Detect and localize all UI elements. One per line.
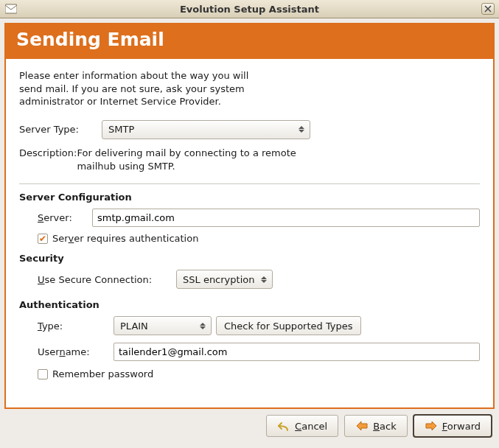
updown-icon bbox=[296, 126, 307, 133]
requires-auth-checkbox[interactable] bbox=[38, 234, 48, 244]
section-server-config: Server Configuration bbox=[19, 192, 480, 203]
separator bbox=[19, 183, 480, 184]
section-authentication: Authentication bbox=[19, 299, 480, 310]
content-frame: Sending Email Please enter information a… bbox=[4, 23, 495, 409]
check-supported-types-button[interactable]: Check for Supported Types bbox=[216, 316, 361, 335]
page-title: Sending Email bbox=[6, 24, 493, 59]
forward-button[interactable]: Forward bbox=[413, 415, 492, 437]
remember-password-checkbox[interactable] bbox=[38, 369, 48, 379]
cancel-button[interactable]: Cancel bbox=[266, 415, 338, 437]
arrow-right-icon bbox=[425, 421, 438, 431]
updown-icon bbox=[259, 276, 269, 283]
form-area: Please enter information about the way y… bbox=[6, 59, 493, 396]
auth-type-label: Type: bbox=[38, 321, 114, 332]
server-row: Server: bbox=[19, 209, 480, 227]
description-row: Description: For delivering mail by conn… bbox=[19, 147, 480, 173]
description-text: For delivering mail by connecting to a r… bbox=[77, 147, 335, 173]
secure-connection-value: SSL encryption bbox=[183, 274, 254, 285]
server-input[interactable] bbox=[92, 209, 480, 227]
secure-connection-combo[interactable]: SSL encryption bbox=[176, 270, 273, 289]
svg-rect-0 bbox=[5, 4, 17, 13]
updown-icon bbox=[198, 323, 208, 329]
description-label: Description: bbox=[19, 147, 77, 173]
back-button[interactable]: Back bbox=[344, 415, 408, 437]
button-bar: Cancel Back Forward bbox=[0, 409, 499, 443]
requires-auth-label: Server requires authentication bbox=[52, 233, 198, 244]
window-close-button[interactable] bbox=[481, 3, 495, 15]
server-type-row: Server Type: SMTP bbox=[19, 120, 480, 139]
undo-icon bbox=[277, 421, 290, 431]
remember-password-row[interactable]: Remember password bbox=[38, 368, 480, 379]
window-title: Evolution Setup Assistant bbox=[19, 4, 480, 15]
server-type-combo[interactable]: SMTP bbox=[102, 120, 310, 139]
server-type-label: Server Type: bbox=[19, 124, 102, 135]
auth-type-combo[interactable]: PLAIN bbox=[114, 316, 212, 335]
server-label: Server: bbox=[38, 212, 92, 223]
intro-text: Please enter information about the way y… bbox=[19, 69, 270, 108]
auth-type-value: PLAIN bbox=[120, 321, 148, 332]
username-input[interactable] bbox=[114, 343, 480, 361]
section-security: Security bbox=[19, 253, 480, 264]
remember-password-label: Remember password bbox=[52, 368, 153, 379]
secure-connection-label: Use Secure Connection: bbox=[38, 274, 176, 285]
close-icon bbox=[484, 5, 492, 13]
username-label: Username: bbox=[38, 346, 114, 357]
arrow-left-icon bbox=[355, 421, 369, 431]
requires-auth-row[interactable]: Server requires authentication bbox=[38, 233, 480, 244]
title-bar: Evolution Setup Assistant bbox=[0, 0, 499, 18]
app-icon bbox=[3, 2, 19, 15]
window-body: Sending Email Please enter information a… bbox=[0, 23, 499, 448]
server-type-value: SMTP bbox=[108, 124, 134, 135]
